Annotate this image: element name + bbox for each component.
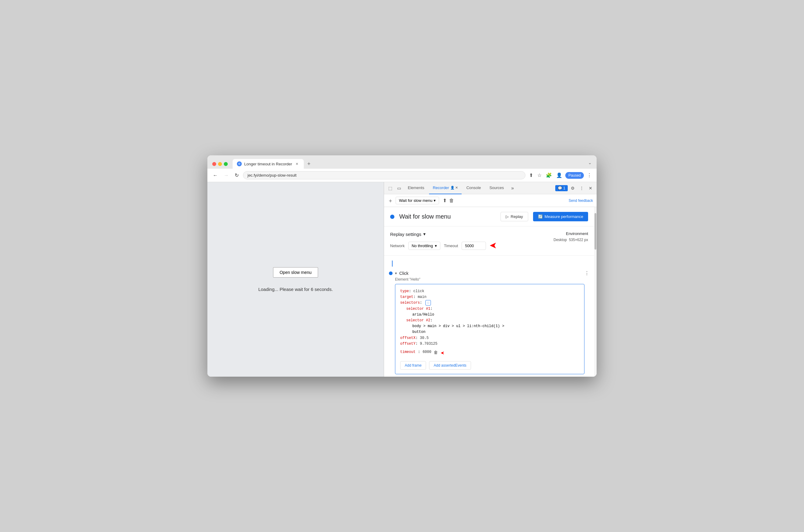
code-block: type: click target: main selectors: ⬚ [395, 284, 584, 374]
replay-settings-title[interactable]: Replay settings ▾ [390, 231, 496, 237]
red-arrow-timeout: ➤ [490, 241, 496, 250]
code-line-selector1: selector #1: [406, 306, 579, 312]
recording-selector[interactable]: Wait for slow menu ▾ [396, 197, 439, 204]
tab-elements[interactable]: Elements [404, 182, 428, 194]
devtools-more-icon[interactable]: ⋮ [578, 185, 586, 192]
minimize-traffic-light[interactable] [218, 162, 222, 166]
account-icon[interactable]: 👤 [555, 171, 563, 179]
browser-tab-active[interactable]: ⚙ Longer timeout in Recorder ✕ [232, 159, 304, 169]
code-val-selector1: aria/Hello [412, 312, 579, 318]
step-content: ▾ Click ⋮ Element "Hello" type: click [395, 270, 589, 374]
back-button[interactable]: ← [211, 171, 220, 179]
device-mode-icon[interactable]: ▭ [395, 185, 403, 192]
code-line-selector2: selector #2: [406, 318, 579, 323]
measure-btn-label: Measure performance [545, 214, 583, 219]
replay-settings-left: Replay settings ▾ Network No throttling … [390, 231, 496, 250]
code-val-offsety: 9.703125 [420, 342, 437, 346]
profile-label: Paused [568, 173, 581, 177]
recorder-action-buttons: ⬆ 🗑 [443, 197, 454, 203]
recorder-toolbar: ＋ Wait for slow menu ▾ ⬆ 🗑 Send feedback [384, 194, 597, 207]
traffic-lights [212, 162, 228, 166]
send-feedback-link[interactable]: Send feedback [569, 198, 593, 203]
open-slow-menu-button[interactable]: Open slow menu [273, 267, 318, 278]
title-bar: ⚙ Longer timeout in Recorder ✕ + ⌄ [207, 155, 597, 169]
bookmark-icon[interactable]: ☆ [536, 171, 543, 179]
step-header: ▾ Click ⋮ [395, 270, 589, 276]
step-more-options-button[interactable]: ⋮ [584, 270, 589, 276]
devtools-main-area: Wait for slow menu ▷ Replay 🔄 Measure pe… [384, 207, 594, 377]
devtools-close-icon[interactable]: ✕ [587, 185, 594, 192]
code-val-target: main [418, 295, 427, 299]
code-key-target: target [400, 295, 413, 299]
scrollbar-thumb[interactable] [595, 213, 596, 250]
loading-text: Loading... Please wait for 6 seconds. [258, 287, 333, 292]
nav-bar: ← → ↻ jec.fyi/demo/pup-slow-result ⬆ ☆ 🧩… [207, 169, 597, 182]
export-icon[interactable]: ⬆ [443, 197, 447, 203]
code-key-type: type [400, 289, 409, 293]
timeout-delete-button[interactable]: 🗑 [434, 350, 438, 355]
code-line-type: type: click [400, 288, 579, 294]
more-options-icon[interactable]: ⋮ [586, 171, 593, 179]
extensions-icon[interactable]: 🧩 [545, 171, 553, 179]
window-controls-right: ⌄ [588, 160, 592, 168]
new-tab-button[interactable]: + [305, 159, 313, 168]
share-icon[interactable]: ⬆ [528, 171, 534, 179]
devtools-body: Wait for slow menu ▷ Replay 🔄 Measure pe… [384, 207, 597, 377]
address-bar[interactable]: jec.fyi/demo/pup-slow-result [243, 171, 525, 179]
code-val-type: click [413, 289, 424, 293]
code-line-target: target: main [400, 294, 579, 300]
forward-button[interactable]: → [222, 171, 230, 179]
devtools-panel: ⬚ ▭ Elements Recorder 👤 ✕ Console Source… [384, 182, 597, 377]
devtools-scrollbar[interactable] [594, 207, 597, 377]
timeout-input[interactable] [462, 242, 486, 250]
code-line-timeout: timeout: 6000 🗑 ➤ [400, 347, 579, 358]
close-traffic-light[interactable] [212, 162, 216, 166]
step-action-buttons: Add frame Add assertedEvents [400, 361, 579, 370]
code-line-offsety: offsetY: 9.703125 [400, 341, 579, 347]
tab-recorder[interactable]: Recorder 👤 ✕ [429, 182, 461, 194]
network-label: Network [390, 244, 405, 248]
add-recording-button[interactable]: ＋ [388, 197, 393, 204]
measure-performance-button[interactable]: 🔄 Measure performance [533, 212, 588, 221]
replay-button[interactable]: ▷ Replay [501, 212, 528, 221]
page-area: Open slow menu Loading... Please wait fo… [207, 182, 384, 377]
delete-recording-icon[interactable]: 🗑 [449, 198, 454, 203]
steps-area: ▾ Click ⋮ Element "Hello" type: click [384, 256, 594, 377]
settings-icon[interactable]: ⚙ [569, 185, 577, 192]
add-frame-button[interactable]: Add frame [400, 361, 426, 370]
code-key-offsetx: offsetX [400, 336, 415, 340]
network-value: No throttling [412, 244, 433, 248]
inspect-element-icon[interactable]: ⬚ [387, 185, 394, 192]
environment-section: Environment Desktop 535×622 px [554, 231, 588, 242]
profile-button[interactable]: Paused [565, 172, 584, 179]
step-expand-icon[interactable]: ▾ [395, 271, 397, 276]
step-indicator-dot [389, 271, 393, 275]
code-val-selector2a: body > main > div > ul > li:nth-child(1)… [412, 323, 579, 329]
replay-settings-section: Replay settings ▾ Network No throttling … [384, 227, 594, 256]
maximize-traffic-light[interactable] [224, 162, 228, 166]
code-line-offsetx: offsetX: 30.5 [400, 335, 579, 341]
window-collapse-button[interactable]: ⌄ [588, 160, 592, 165]
network-throttling-select[interactable]: No throttling ▾ [408, 242, 440, 250]
step-connector [384, 261, 594, 267]
devtools-toolbar: ⬚ ▭ Elements Recorder 👤 ✕ Console Source… [384, 182, 597, 194]
devtools-right-actions: 💬 1 ⚙ ⋮ ✕ [555, 185, 594, 192]
recorder-tab-close[interactable]: ✕ [455, 186, 458, 190]
code-key-offsety: offsetY [400, 342, 415, 346]
more-tabs-button[interactable]: » [509, 184, 516, 192]
network-dropdown-icon: ▾ [435, 244, 437, 248]
step-item-click: ▾ Click ⋮ Element "Hello" type: click [384, 268, 594, 377]
add-asserted-events-button[interactable]: Add assertedEvents [429, 361, 471, 370]
environment-desc: Desktop 535×622 px [554, 238, 588, 242]
feedback-badge[interactable]: 💬 1 [555, 185, 568, 191]
code-val-offsetx: 30.5 [420, 336, 429, 340]
url-text: jec.fyi/demo/pup-slow-result [247, 173, 297, 177]
environment-title: Environment [554, 231, 588, 236]
code-key-selector2: selector #2 [406, 318, 430, 323]
tab-console[interactable]: Console [463, 182, 485, 194]
tab-close-btn[interactable]: ✕ [295, 162, 300, 166]
tab-sources[interactable]: Sources [486, 182, 507, 194]
tab-title: Longer timeout in Recorder [244, 162, 292, 166]
reload-button[interactable]: ↻ [233, 171, 241, 179]
step-action-label: Click [399, 271, 408, 276]
